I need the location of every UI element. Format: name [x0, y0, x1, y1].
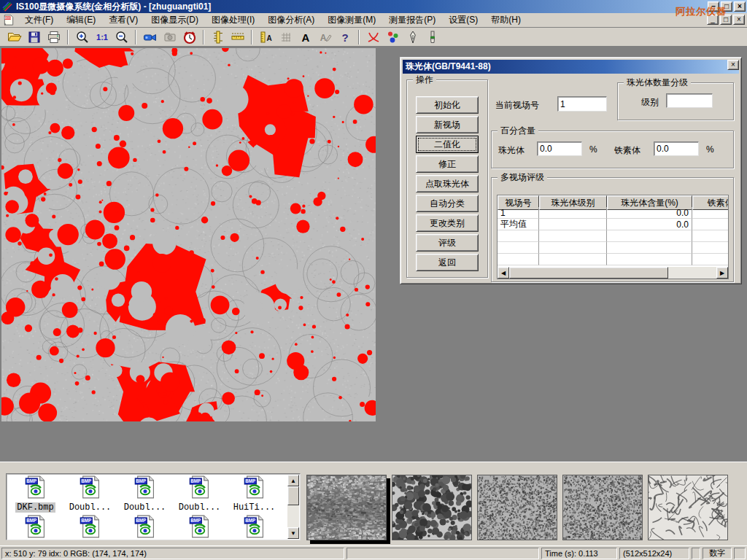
scroll-down-icon[interactable]: ▼	[287, 527, 299, 539]
svg-text:BMP: BMP	[245, 518, 255, 523]
file-item-partial[interactable]: BMP	[172, 515, 227, 540]
op-button[interactable]: 返回	[416, 254, 479, 271]
print-icon[interactable]	[44, 28, 63, 46]
mdi-close-button[interactable]: ×	[733, 15, 745, 25]
table-row[interactable]	[498, 242, 728, 254]
pen-icon[interactable]	[403, 28, 422, 46]
file-item[interactable]: BMPDoubl...	[117, 475, 172, 513]
operation-group-label: 操作	[413, 74, 436, 85]
file-list-scrollbar[interactable]: ▲ ▼	[287, 475, 299, 539]
ferrite-percent-input[interactable]	[654, 141, 699, 156]
preview-thumbnail[interactable]	[648, 475, 728, 540]
open-folder-icon[interactable]	[4, 28, 24, 46]
file-name: DKF.bmp	[15, 502, 55, 513]
time-panel: Time (s): 0.113	[541, 548, 617, 559]
table-cell	[539, 254, 607, 265]
pearlite-percent-input[interactable]	[537, 141, 582, 156]
file-item-partial[interactable]: BMP	[117, 515, 172, 540]
count-markers-icon[interactable]	[383, 28, 403, 46]
table-row[interactable]	[498, 254, 728, 265]
annotate-icon[interactable]: A	[315, 28, 335, 46]
current-field-input[interactable]	[557, 96, 607, 112]
scrollbar-thumb[interactable]	[509, 267, 668, 279]
curve-tool-icon[interactable]	[363, 28, 383, 46]
table-cell	[539, 242, 607, 254]
help-icon[interactable]: ?	[335, 28, 355, 46]
preview-thumbnail[interactable]	[392, 475, 472, 540]
file-item-partial[interactable]: BMP	[8, 515, 63, 540]
table-cell	[498, 230, 539, 242]
svg-text:BMP: BMP	[245, 478, 255, 483]
menu-item[interactable]: 测量报告(P)	[382, 12, 442, 28]
menu-item[interactable]: 帮助(H)	[484, 12, 527, 28]
save-icon[interactable]	[24, 28, 44, 46]
specimen-image[interactable]	[1, 48, 376, 421]
bmp-file-icon: BMP	[25, 475, 47, 502]
file-item[interactable]: BMPDKF.bmp	[8, 475, 63, 513]
scroll-left-icon[interactable]: ◀	[498, 267, 509, 279]
svg-text:BMP: BMP	[136, 518, 146, 523]
dialog-close-button[interactable]: ×	[727, 60, 739, 70]
camera-icon[interactable]	[160, 28, 179, 46]
menu-item[interactable]: 图像分析(A)	[261, 12, 321, 28]
op-button[interactable]: 新视场	[416, 116, 479, 133]
zoom-in-icon[interactable]	[72, 28, 92, 46]
menu-item[interactable]: 查看(V)	[102, 12, 144, 28]
svg-text:A: A	[320, 33, 326, 43]
table-horizontal-scrollbar[interactable]: ◀ ▶	[498, 267, 728, 279]
ruler-icon[interactable]	[228, 28, 247, 46]
op-button[interactable]: 点取珠光体	[416, 175, 479, 192]
preview-thumbnail[interactable]	[477, 475, 557, 540]
op-button[interactable]: 二值化	[416, 136, 479, 153]
close-button[interactable]: ×	[734, 1, 746, 12]
scroll-right-icon[interactable]: ▶	[716, 267, 728, 279]
file-item[interactable]: BMPDoubl...	[63, 475, 117, 513]
brush-icon[interactable]	[422, 28, 442, 46]
op-button[interactable]: 修正	[416, 155, 479, 173]
op-button[interactable]: 更改类别	[416, 214, 479, 232]
current-field-label: 当前视场号	[495, 99, 539, 112]
grid-icon[interactable]	[276, 28, 295, 46]
video-camera-icon[interactable]	[140, 28, 160, 46]
document-icon: DOC	[2, 14, 15, 26]
menu-item[interactable]: 图像处理(I)	[205, 12, 261, 28]
preview-thumbnail[interactable]	[562, 475, 643, 540]
timer-icon[interactable]	[179, 28, 199, 46]
table-row[interactable]	[498, 230, 728, 242]
caliper-icon[interactable]	[208, 28, 228, 46]
menu-items: 文件(F)编辑(E)查看(V)图像显示(D)图像处理(I)图像分析(A)图像测量…	[18, 12, 527, 28]
level-input[interactable]	[666, 93, 713, 108]
preview-thumbnail[interactable]	[306, 475, 387, 540]
actual-size-icon[interactable]: 1:1	[92, 28, 112, 46]
op-button[interactable]: 评级	[416, 234, 479, 252]
table-row[interactable]: 平均值0.0	[498, 219, 728, 230]
file-item-partial[interactable]: BMP	[63, 515, 117, 540]
menu-item[interactable]: 图像显示(D)	[144, 12, 205, 28]
svg-text:BMP: BMP	[190, 518, 201, 523]
table-row[interactable]: 10.0	[498, 207, 728, 219]
scroll-up-icon[interactable]: ▲	[287, 475, 299, 486]
file-item[interactable]: BMPHuiTi...	[227, 475, 282, 513]
table-cell	[539, 230, 607, 242]
file-scrollbar-thumb[interactable]	[287, 486, 299, 505]
bottom-panel: BMPDKF.bmpBMPDoubl...BMPDoubl...BMPDoubl…	[0, 461, 747, 545]
file-browser: BMPDKF.bmpBMPDoubl...BMPDoubl...BMPDoubl…	[6, 473, 301, 540]
text-label-icon[interactable]: A	[295, 28, 315, 46]
op-button[interactable]: 初始化	[416, 96, 479, 114]
menu-item[interactable]: 编辑(E)	[60, 12, 102, 28]
toolbar-separator	[67, 30, 69, 44]
menu-item[interactable]: 图像测量(M)	[321, 12, 382, 28]
menu-item[interactable]: 设置(S)	[442, 12, 484, 28]
dialog-title-bar[interactable]: 珠光体(GB/T9441-88)	[403, 60, 739, 74]
svg-text:BMP: BMP	[136, 478, 146, 483]
menu-item[interactable]: 文件(F)	[18, 12, 60, 28]
pearlite-dialog: 珠光体(GB/T9441-88) × 操作 初始化新视场二值化修正点取珠光体自动…	[400, 57, 742, 284]
table-cell	[607, 254, 692, 265]
ferrite-label: 铁素体	[614, 144, 640, 157]
svg-text:A: A	[266, 34, 271, 42]
op-button[interactable]: 自动分类	[416, 195, 479, 212]
measure-text-icon[interactable]: A	[256, 28, 276, 46]
file-item[interactable]: BMPDoubl...	[172, 475, 227, 513]
zoom-out-icon[interactable]	[112, 28, 131, 46]
file-item-partial[interactable]: BMP	[227, 515, 282, 540]
